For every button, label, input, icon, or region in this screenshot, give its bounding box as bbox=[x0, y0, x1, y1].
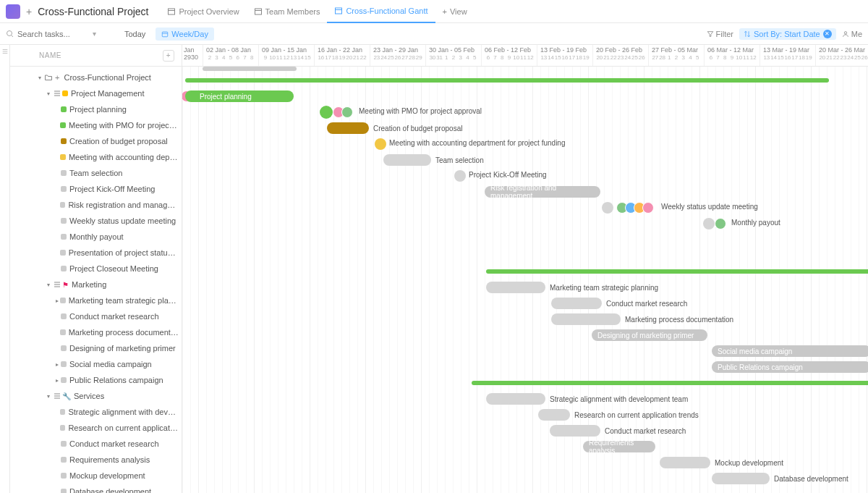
tree-item[interactable]: Research on current application ... bbox=[10, 420, 182, 436]
milestone-dot[interactable] bbox=[454, 170, 466, 182]
task-bar-labeled[interactable]: Designing of marketing primer bbox=[592, 329, 707, 341]
status-swatch bbox=[61, 218, 67, 224]
sort-button[interactable]: Sort By: Start Date ✕ bbox=[739, 28, 836, 40]
summary-bar[interactable] bbox=[472, 381, 868, 385]
task-bar-labeled[interactable]: Risk registration and management bbox=[485, 186, 600, 198]
status-swatch bbox=[60, 202, 65, 208]
tree-item[interactable]: ▸Marketing team strategic planning bbox=[10, 292, 182, 308]
weekday-toggle[interactable]: Week/Day bbox=[156, 28, 214, 41]
task-bar[interactable]: Database development bbox=[712, 473, 770, 484]
tree-item[interactable]: Meeting with accounting depart... bbox=[10, 149, 182, 165]
milestone-marker[interactable] bbox=[320, 106, 333, 119]
task-bar-label: Monthly payout bbox=[731, 219, 780, 227]
task-bar[interactable]: Marketing team strategic planning bbox=[486, 282, 545, 293]
task-bar[interactable]: Conduct market research bbox=[550, 425, 600, 437]
chevron-down-icon[interactable]: ▾ bbox=[93, 30, 96, 38]
tree-item[interactable]: Mockup development bbox=[10, 468, 182, 484]
view-icon bbox=[167, 7, 176, 16]
timeline-header: Jan293002 Jan - 08 Jan234567809 Jan - 15… bbox=[182, 45, 868, 67]
tree-item[interactable]: Risk registration and management bbox=[10, 197, 182, 213]
tree-item[interactable]: ▾🔧Services bbox=[10, 388, 182, 404]
task-bar[interactable]: Team selection bbox=[383, 154, 431, 166]
tree-item[interactable]: Weekly status update meeting bbox=[10, 213, 182, 229]
tree-item[interactable]: Meeting with PMO for project a... bbox=[10, 117, 182, 133]
timeline-week-cell: 16 Jan - 22 Jan16171819202122 bbox=[314, 45, 370, 66]
caret-icon[interactable]: ▾ bbox=[36, 75, 43, 81]
tab-cross-functional-gantt[interactable]: Cross-Functional Gantt bbox=[327, 0, 435, 23]
timeline-week-cell: Jan2930 bbox=[182, 45, 203, 66]
task-bar[interactable]: Mockup development bbox=[660, 457, 710, 468]
timeline-week-cell: 20 Feb - 26 Feb20212223242526 bbox=[592, 45, 648, 66]
caret-icon[interactable]: ▾ bbox=[45, 393, 52, 400]
sort-clear-icon[interactable]: ✕ bbox=[823, 30, 832, 38]
tree-item[interactable]: Creation of budget proposal bbox=[10, 133, 182, 149]
tree-item[interactable]: Database development bbox=[10, 484, 182, 493]
gantt-row: Meeting with PMO for project approval bbox=[182, 104, 868, 120]
tree-item[interactable]: Project Kick-Off Meeting bbox=[10, 181, 182, 197]
tree-item[interactable]: Requirements analysis bbox=[10, 452, 182, 468]
tree-item[interactable]: ▾⚑Marketing bbox=[10, 277, 182, 292]
gantt-row bbox=[182, 232, 868, 248]
gantt-row: Project Kick-Off Meeting bbox=[182, 168, 868, 184]
milestone-dot[interactable] bbox=[375, 138, 386, 150]
search-box[interactable]: ▾ bbox=[6, 30, 100, 38]
tree-item[interactable]: Presentation of project status re... bbox=[10, 245, 182, 261]
caret-icon[interactable]: ▾ bbox=[45, 282, 52, 288]
tree-item-label: Team selection bbox=[69, 169, 122, 177]
collapse-strip[interactable] bbox=[0, 45, 10, 493]
filter-button[interactable]: Filter bbox=[707, 30, 733, 38]
gantt-row: Creation of budget proposal bbox=[182, 120, 868, 136]
caret-icon[interactable]: ▾ bbox=[45, 90, 52, 97]
tree-item[interactable]: Conduct market research bbox=[10, 308, 182, 324]
tab-team-members[interactable]: Team Members bbox=[247, 0, 328, 23]
tab-project-overview[interactable]: Project Overview bbox=[160, 0, 246, 23]
task-bar-labeled[interactable]: Public Relations campaign bbox=[712, 361, 868, 373]
summary-bar[interactable] bbox=[185, 78, 829, 83]
task-bar-label: Creation of budget proposal bbox=[373, 125, 462, 132]
search-input[interactable] bbox=[17, 30, 90, 38]
plus-icon[interactable]: + bbox=[23, 6, 35, 17]
tree-item[interactable]: ▾+Cross-Functional Project bbox=[10, 69, 182, 85]
add-column-button[interactable]: + bbox=[163, 50, 174, 62]
task-bar-label: Marketing team strategic planning bbox=[550, 284, 658, 292]
tree-item[interactable]: Strategic alignment with develop... bbox=[10, 404, 182, 420]
tree-item[interactable]: Marketing process documentation bbox=[10, 324, 182, 340]
status-swatch bbox=[61, 106, 67, 112]
horizontal-scrollbar[interactable] bbox=[203, 67, 297, 71]
tab-view[interactable]: +View bbox=[435, 0, 475, 23]
tree-item[interactable]: Project planning bbox=[10, 101, 182, 117]
plus-icon[interactable]: + bbox=[55, 73, 59, 82]
milestone-dot[interactable] bbox=[602, 202, 613, 214]
tree-item[interactable]: Project Closeout Meeting bbox=[10, 261, 182, 277]
task-bar[interactable]: Project planning bbox=[185, 90, 294, 102]
task-bar[interactable]: Creation of budget proposal bbox=[327, 122, 369, 134]
task-bar[interactable]: Research on current application trends bbox=[538, 409, 570, 421]
caret-icon[interactable]: ▸ bbox=[54, 377, 61, 384]
svg-point-6 bbox=[7, 30, 12, 35]
tree-item[interactable]: Designing of marketing primer bbox=[10, 340, 182, 356]
status-swatch bbox=[61, 457, 67, 463]
tree-item[interactable]: Monthly payout bbox=[10, 229, 182, 245]
task-bar[interactable]: Marketing process documentation bbox=[551, 313, 621, 325]
tree-item[interactable]: Conduct market research bbox=[10, 436, 182, 452]
gantt-row: Conduct market research bbox=[182, 423, 868, 439]
tree-item[interactable]: ▾Project Management bbox=[10, 85, 182, 101]
caret-icon[interactable]: ▸ bbox=[54, 361, 61, 368]
gantt-body[interactable]: Project planningMeeting with PMO for pro… bbox=[182, 67, 868, 493]
me-button[interactable]: Me bbox=[842, 30, 862, 38]
task-sidebar: NAME + ▾+Cross-Functional Project▾Projec… bbox=[10, 45, 182, 493]
task-bar-labeled[interactable]: Social media campaign bbox=[712, 345, 868, 357]
task-bar[interactable]: Strategic alignment with development tea… bbox=[486, 393, 545, 405]
tree-item[interactable]: ▸Public Relations campaign bbox=[10, 372, 182, 388]
task-bar-label: Meeting with PMO for project approval bbox=[359, 107, 482, 115]
summary-bar[interactable] bbox=[486, 269, 868, 274]
tree-item[interactable]: ▸Social media campaign bbox=[10, 356, 182, 372]
tree-item[interactable]: Team selection bbox=[10, 165, 182, 181]
gantt-row bbox=[182, 264, 868, 279]
task-bar-labeled[interactable]: Requirements analysis bbox=[583, 441, 655, 452]
task-bar[interactable]: Conduct market research bbox=[551, 298, 602, 309]
milestone-dot[interactable] bbox=[703, 218, 715, 229]
today-button[interactable]: Today bbox=[120, 28, 150, 40]
tree-item-label: Risk registration and management bbox=[68, 201, 179, 209]
caret-icon[interactable]: ▸ bbox=[54, 298, 60, 304]
